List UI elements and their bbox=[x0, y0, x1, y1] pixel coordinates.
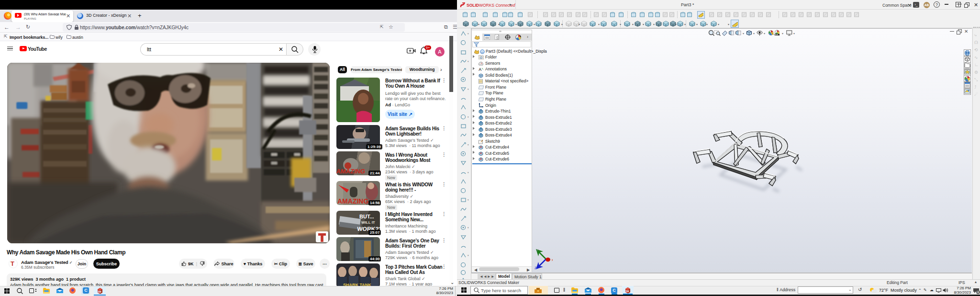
svg-text:AMAZING: AMAZING bbox=[337, 197, 368, 205]
svg-text:m: m bbox=[481, 50, 483, 53]
svg-text:BUT...: BUT... bbox=[359, 214, 374, 219]
svg-text:x: x bbox=[552, 258, 553, 262]
svg-text:WILL IT: WILL IT bbox=[361, 220, 375, 225]
svg-text:Y: Y bbox=[536, 249, 539, 252]
svg-text:SW: SW bbox=[626, 290, 630, 293]
svg-text:AMAZING: AMAZING bbox=[336, 168, 366, 175]
svg-text:Z: Z bbox=[535, 266, 537, 269]
svg-text:A: A bbox=[479, 67, 482, 71]
svg-text:SW: SW bbox=[98, 291, 102, 293]
